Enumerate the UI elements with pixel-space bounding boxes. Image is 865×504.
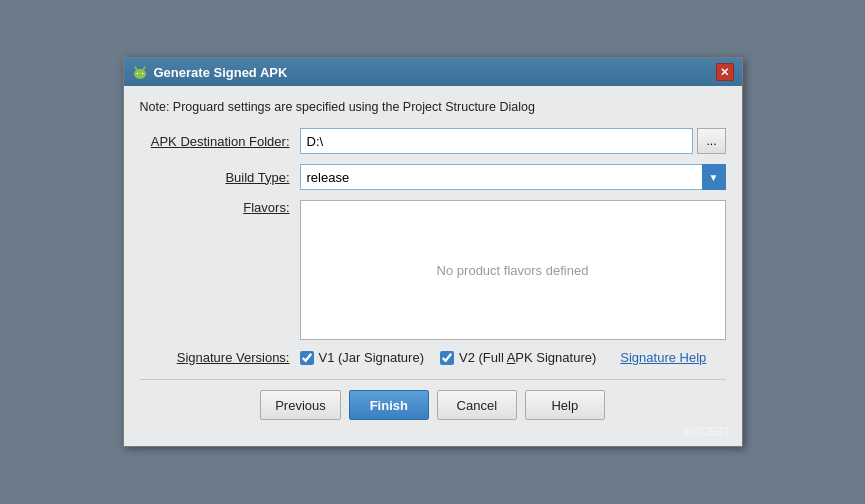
note-text: Note: Proguard settings are specified us…	[140, 100, 726, 114]
v2-label: V2 (Full APK Signature)	[459, 350, 596, 365]
finish-button[interactable]: Finish	[349, 390, 429, 420]
dialog-body: Note: Proguard settings are specified us…	[124, 86, 742, 446]
title-bar: Generate Signed APK ✕	[124, 58, 742, 86]
flavors-row: Flavors: No product flavors defined	[140, 200, 726, 340]
svg-rect-1	[135, 72, 145, 77]
browse-button[interactable]: ...	[697, 128, 725, 154]
destination-input-group: ...	[300, 128, 726, 154]
v2-checkbox[interactable]	[440, 351, 454, 365]
build-type-label: Build Type:	[140, 170, 300, 185]
android-icon	[132, 64, 148, 80]
signature-label-rest: ignature Versions:	[185, 350, 289, 365]
build-type-row: Build Type: release debug	[140, 164, 726, 190]
v1-checkbox[interactable]	[300, 351, 314, 365]
help-button[interactable]: Help	[525, 390, 605, 420]
build-type-select-wrapper: release debug	[300, 164, 726, 190]
flavors-underline: F	[243, 200, 251, 215]
destination-row: APK Destination Folder: ...	[140, 128, 726, 154]
signature-row: Signature Versions: V1 (Jar Signature) V…	[140, 350, 726, 365]
button-row: Previous Finish Cancel Help	[140, 379, 726, 432]
destination-input[interactable]	[300, 128, 694, 154]
v2-checkbox-item: V2 (Full APK Signature)	[440, 350, 596, 365]
signature-help-link[interactable]: Signature Help	[620, 350, 706, 365]
destination-label-text: APK	[151, 134, 181, 149]
destination-label-rest: estination Folder:	[190, 134, 290, 149]
svg-point-5	[141, 73, 143, 75]
destination-underline: D	[180, 134, 189, 149]
checkbox-group: V1 (Jar Signature) V2 (Full APK Signatur…	[300, 350, 726, 365]
dialog-title: Generate Signed APK	[154, 65, 288, 80]
svg-point-4	[136, 73, 138, 75]
flavors-label: Flavors:	[140, 200, 300, 215]
flavors-label-rest: lavors:	[251, 200, 289, 215]
v1-checkbox-item: V1 (Jar Signature)	[300, 350, 425, 365]
title-bar-left: Generate Signed APK	[132, 64, 288, 80]
v1-label: V1 (Jar Signature)	[319, 350, 425, 365]
signature-label: Signature Versions:	[140, 350, 300, 365]
build-type-select[interactable]: release debug	[300, 164, 726, 190]
destination-label: APK Destination Folder:	[140, 134, 300, 149]
svg-line-3	[143, 67, 145, 70]
previous-button[interactable]: Previous	[260, 390, 341, 420]
build-type-underline: B	[225, 170, 234, 185]
generate-signed-apk-dialog: Generate Signed APK ✕ Note: Proguard set…	[123, 57, 743, 447]
close-button[interactable]: ✕	[716, 63, 734, 81]
flavors-placeholder: No product flavors defined	[437, 263, 589, 278]
flavors-box: No product flavors defined	[300, 200, 726, 340]
watermark: 360CERT	[682, 425, 730, 437]
svg-line-2	[135, 67, 137, 70]
cancel-button[interactable]: Cancel	[437, 390, 517, 420]
build-type-label-rest: uild Type:	[234, 170, 289, 185]
